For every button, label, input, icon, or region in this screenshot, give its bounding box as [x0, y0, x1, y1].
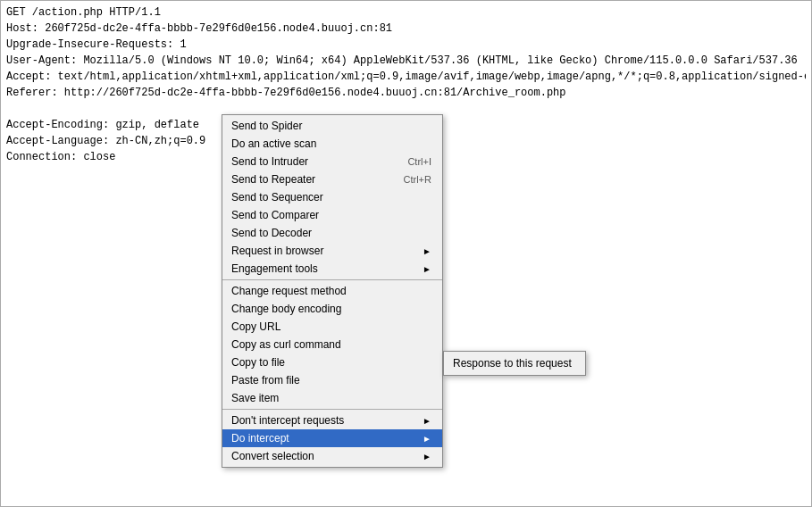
arrow-dont-intercept: ►	[423, 416, 431, 426]
request-line-4: User-Agent: Mozilla/5.0 (Windows NT 10.0…	[6, 53, 806, 69]
request-line-6: Referer: http://260f725d-dc2e-4ffa-bbbb-…	[6, 85, 806, 101]
do-intercept-submenu: Response to this request	[443, 351, 586, 376]
request-line-5: Accept: text/html,application/xhtml+xml,…	[6, 69, 806, 85]
menu-item-convert-selection[interactable]: Convert selection ►	[222, 447, 442, 465]
menu-item-change-body-encoding[interactable]: Change body encoding	[222, 300, 442, 318]
request-line-1: GET /action.php HTTP/1.1	[6, 4, 806, 21]
menu-item-do-active-scan[interactable]: Do an active scan	[222, 135, 442, 153]
menu-item-send-to-comparer[interactable]: Send to Comparer	[222, 206, 442, 224]
arrow-engagement-tools: ►	[423, 264, 431, 274]
menu-item-send-to-repeater[interactable]: Send to Repeater Ctrl+R	[222, 170, 442, 188]
shortcut-intruder: Ctrl+I	[407, 156, 431, 167]
separator-1	[222, 279, 442, 280]
arrow-do-intercept: ►	[423, 434, 431, 444]
context-menu: Send to Spider Do an active scan Send to…	[222, 114, 443, 468]
menu-item-copy-url[interactable]: Copy URL	[222, 318, 442, 336]
menu-item-request-in-browser[interactable]: Request in browser ►	[222, 242, 442, 260]
menu-item-response-to-request[interactable]: Response to this request	[444, 353, 585, 373]
menu-item-change-request-method[interactable]: Change request method	[222, 282, 442, 300]
request-line-3: Upgrade-Insecure-Requests: 1	[6, 37, 806, 53]
menu-item-copy-as-curl[interactable]: Copy as curl command	[222, 336, 442, 353]
menu-item-send-to-intruder[interactable]: Send to Intruder Ctrl+I	[222, 153, 442, 170]
menu-item-send-to-spider[interactable]: Send to Spider	[222, 117, 442, 135]
menu-item-engagement-tools[interactable]: Engagement tools ►	[222, 260, 442, 278]
menu-item-dont-intercept[interactable]: Don't intercept requests ►	[222, 411, 442, 429]
menu-item-send-to-decoder[interactable]: Send to Decoder	[222, 224, 442, 242]
menu-item-copy-to-file[interactable]: Copy to file	[222, 353, 442, 371]
menu-item-paste-from-file[interactable]: Paste from file	[222, 371, 442, 389]
menu-item-do-intercept[interactable]: Do intercept ►	[222, 429, 442, 447]
shortcut-repeater: Ctrl+R	[404, 174, 431, 185]
arrow-convert-selection: ►	[423, 452, 431, 461]
separator-2	[222, 409, 442, 410]
arrow-request-in-browser: ►	[423, 246, 431, 256]
menu-item-save-item[interactable]: Save item	[222, 389, 442, 407]
request-line-2: Host: 260f725d-dc2e-4ffa-bbbb-7e29f6d0e1…	[6, 21, 806, 37]
menu-item-send-to-sequencer[interactable]: Send to Sequencer	[222, 188, 442, 206]
